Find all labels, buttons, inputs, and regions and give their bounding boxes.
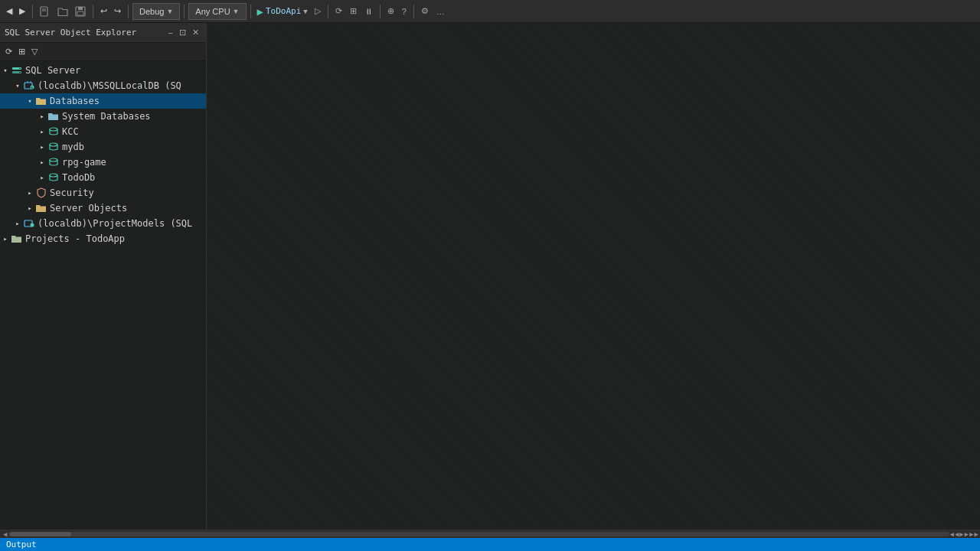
- horizontal-scrollbar[interactable]: [8, 532, 949, 536]
- arr4[interactable]: ▶: [965, 530, 969, 538]
- svg-point-17: [50, 158, 57, 161]
- forward-button[interactable]: ▶: [16, 2, 28, 21]
- help-button[interactable]: ?: [399, 2, 410, 21]
- tree-item-security[interactable]: ▸ Security: [0, 185, 206, 201]
- connection-icon: S: [23, 80, 35, 91]
- tree-item-mydb[interactable]: ▸ mydb: [0, 139, 206, 155]
- save-button[interactable]: [72, 2, 89, 21]
- project-name: ToDoApi: [266, 6, 301, 16]
- mydb-db-icon: [47, 142, 60, 152]
- svg-point-20: [31, 223, 34, 227]
- panel-title: SQL Server Object Explorer: [5, 28, 136, 37]
- arr1[interactable]: ◀: [949, 530, 953, 538]
- tree-label-server-objects: Server Objects: [50, 203, 127, 214]
- run-project-button[interactable]: ▶ ToDoApi ▼: [255, 5, 310, 18]
- new-file-button[interactable]: [37, 2, 54, 21]
- system-databases-icon: [47, 111, 60, 122]
- expander-tododb: ▸: [37, 172, 47, 183]
- expander-databases: ▾: [24, 96, 35, 106]
- main-toolbar: ◀ ▶ ↩ ↪ Debug ▼ Any CPU ▼ ▶ ToDoApi ▼ ▷ …: [0, 0, 980, 23]
- redo-button[interactable]: ↪: [111, 2, 124, 21]
- arr3[interactable]: ▶: [959, 530, 963, 538]
- open-button[interactable]: [54, 2, 71, 21]
- connection2-icon: [23, 218, 35, 229]
- step-next-button[interactable]: ▷: [312, 2, 324, 21]
- sep3: [128, 5, 129, 18]
- pause-button[interactable]: ⏸: [361, 2, 376, 21]
- nav-buttons: ◀ ▶: [3, 2, 28, 21]
- arr2[interactable]: ◀: [955, 530, 959, 538]
- panel-dock-button[interactable]: ⊡: [177, 27, 188, 38]
- tree-item-localdb-mssql[interactable]: ▾ S (localdb)\MSSQLLocalDB (SQ: [0, 78, 206, 93]
- settings-button[interactable]: ⚙: [418, 2, 432, 21]
- tree-item-tododb[interactable]: ▸ TodoDb: [0, 170, 206, 185]
- attach-button[interactable]: ⟳: [332, 2, 345, 21]
- expander-localdb: ▾: [12, 80, 23, 91]
- tree-label-sql-server: SQL Server: [25, 65, 80, 76]
- svg-point-15: [50, 128, 57, 131]
- expander-projects: ▸: [0, 233, 11, 244]
- panel-header: SQL Server Object Explorer − ⊡ ✕: [0, 23, 206, 43]
- expander-rpg: ▸: [37, 157, 47, 168]
- tree-item-server-objects[interactable]: ▸ Server Objects: [0, 201, 206, 216]
- expander-sysdb: ▸: [37, 111, 47, 122]
- scrollbar-thumb: [10, 532, 71, 536]
- panel-actions: − ⊡ ✕: [166, 27, 201, 38]
- undo-button[interactable]: ↩: [97, 2, 110, 21]
- tree-label-localdb-mssql: (localdb)\MSSQLLocalDB (SQ: [38, 80, 181, 91]
- svg-rect-0: [41, 7, 47, 16]
- arr5[interactable]: ▶: [969, 530, 973, 538]
- expander-server-objects: ▸: [24, 203, 35, 214]
- server-objects-icon: [35, 203, 47, 214]
- tree-label-system-databases: System Databases: [62, 111, 151, 122]
- tree-item-kcc[interactable]: ▸ KCC: [0, 124, 206, 139]
- tree-label-mydb: mydb: [62, 142, 84, 152]
- tree-item-rpg-game[interactable]: ▸ rpg-game: [0, 155, 206, 170]
- server-icon: [11, 65, 23, 76]
- filter-button[interactable]: ▽: [29, 46, 40, 57]
- panel-pin-button[interactable]: −: [166, 28, 175, 38]
- rpg-db-icon: [47, 157, 60, 168]
- sep1: [32, 5, 33, 18]
- refresh-tree-button[interactable]: ⟳: [3, 46, 15, 57]
- cpu-arrow: ▼: [233, 8, 240, 15]
- sep6: [328, 5, 328, 18]
- tree-label-kcc: KCC: [62, 126, 79, 137]
- scrollbar-area: ◀ ◀ ◀ ▶ ▶ ▶ ▶: [0, 530, 980, 538]
- tree-item-system-databases[interactable]: ▸ System Databases: [0, 109, 206, 124]
- debug-config-button[interactable]: Debug ▼: [132, 3, 180, 20]
- tree-label-projects-todoapp: Projects - TodoApp: [25, 233, 125, 244]
- sep4: [184, 5, 185, 18]
- scroll-left-arrow[interactable]: ◀: [2, 530, 8, 538]
- main-area: SQL Server Object Explorer − ⊡ ✕ ⟳ ⊞ ▽ ▾…: [0, 23, 980, 530]
- threads-button[interactable]: ⊕: [384, 2, 397, 21]
- cpu-config-button[interactable]: Any CPU ▼: [188, 3, 246, 20]
- editor-area: [207, 23, 980, 530]
- debug-label: Debug: [139, 7, 164, 16]
- svg-rect-5: [77, 11, 83, 15]
- security-icon: [35, 187, 47, 198]
- svg-point-8: [19, 68, 21, 70]
- output-label: Output: [6, 540, 37, 549]
- new-query-button[interactable]: ⊞: [16, 46, 28, 57]
- tree-item-projects-todoapp[interactable]: ▸ Projects - TodoApp: [0, 231, 206, 246]
- back-button[interactable]: ◀: [3, 2, 15, 21]
- expander-localdb-proj: ▸: [12, 218, 23, 229]
- tree-label-localdb-proj: (localdb)\ProjectModels (SQL: [38, 218, 192, 229]
- panel-toolbar: ⟳ ⊞ ▽: [0, 43, 206, 61]
- file-buttons: [37, 2, 89, 21]
- arr6[interactable]: ▶: [975, 530, 978, 538]
- debug-arrow: ▼: [166, 8, 173, 15]
- tree-item-sql-server[interactable]: ▾ SQL Server: [0, 63, 206, 78]
- expander-security: ▸: [24, 187, 35, 198]
- output-bar: Output: [0, 538, 980, 551]
- tree-item-localdb-proj[interactable]: ▸ (localdb)\ProjectModels (SQL: [0, 216, 206, 231]
- svg-point-16: [50, 143, 57, 146]
- tree-item-databases[interactable]: ▾ Databases: [0, 93, 206, 109]
- projects-icon: [11, 233, 23, 244]
- extra-button[interactable]: …: [433, 2, 448, 21]
- sep5: [250, 5, 251, 18]
- svg-rect-4: [78, 7, 83, 10]
- detach-button[interactable]: ⊞: [347, 2, 360, 21]
- panel-close-button[interactable]: ✕: [190, 27, 201, 38]
